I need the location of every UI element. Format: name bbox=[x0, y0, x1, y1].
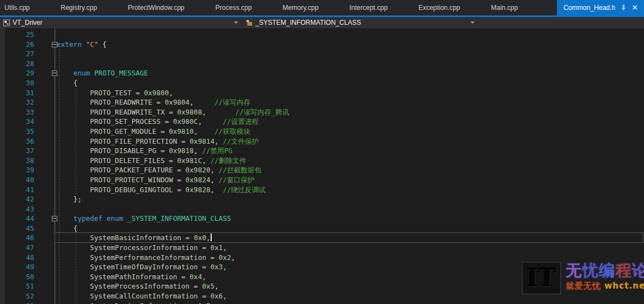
line-number: 41 bbox=[6, 185, 34, 195]
line-content: { bbox=[57, 224, 78, 234]
tab-registry-cpp[interactable]: Registry.cpp bbox=[45, 0, 112, 15]
line-content: SystemProcessInformation = 0x5, bbox=[57, 281, 219, 291]
tab-main-cpp[interactable]: Main.cpp bbox=[475, 0, 533, 15]
tab-label: Exception.cpp bbox=[418, 4, 460, 12]
line-number: 37 bbox=[6, 146, 34, 156]
member-label: _SYSTEM_INFORMATION_CLASS bbox=[255, 19, 361, 26]
code-line-25[interactable]: 25 bbox=[0, 30, 644, 40]
line-content: SystemPathInformation = 0x4, bbox=[57, 272, 206, 282]
line-content: PROTO_TEST = 0x9800, bbox=[57, 88, 173, 98]
code-line-53[interactable]: 53 SystemDeviceInformation = 0x7, bbox=[0, 301, 644, 304]
code-editor[interactable]: 2526extern "C" {272829 enum PROTO_MESSAG… bbox=[0, 28, 644, 304]
line-number: 53 bbox=[6, 301, 34, 304]
tab-label: Main.cpp bbox=[491, 4, 518, 12]
code-line-27[interactable]: 27 bbox=[0, 49, 644, 59]
line-number: 38 bbox=[6, 156, 34, 166]
line-content: }; bbox=[57, 194, 82, 204]
code-line-38[interactable]: 38 PROTO_DELETE_FILES = 0x981C, //删除文件 bbox=[0, 156, 644, 166]
tab-protectwindow-cpp[interactable]: ProtectWindow.cpp bbox=[112, 0, 200, 15]
code-line-40[interactable]: 40 PROTO_PROTECT_WINDOW = 0x9824, //窗口保护 bbox=[0, 175, 644, 185]
code-line-39[interactable]: 39 PROTO_PACKET_FEATURE = 0x9820, //拦截数据… bbox=[0, 165, 644, 175]
tab-utils-cpp[interactable]: Utils.cpp bbox=[0, 0, 45, 15]
code-line-43[interactable]: 43 bbox=[0, 204, 644, 214]
line-number: 30 bbox=[6, 78, 34, 88]
code-line-34[interactable]: 34 PROTO_SET_PROCESS = 0x980C, //设置进程 bbox=[0, 117, 644, 127]
line-content: PROTO_DELETE_FILES = 0x981C, //删除文件 bbox=[57, 156, 246, 166]
vs-code-editor-window: Utils.cppRegistry.cppProtectWindow.cppPr… bbox=[0, 0, 644, 304]
chevron-down-icon bbox=[470, 21, 475, 24]
forum-watermark: IT 无忧编程论坛 就爱无忧 whct.net bbox=[522, 262, 644, 295]
tab-label: Common_Head.h bbox=[564, 0, 615, 15]
line-number: 52 bbox=[6, 291, 34, 301]
navigation-bar: VT_Driver _SYSTEM_INFORMATION_CLASS bbox=[0, 17, 644, 28]
code-line-37[interactable]: 37 PROTO_DISABLE_PG = 0x9818, //禁用PG bbox=[0, 146, 644, 156]
fold-collapse-toggle[interactable] bbox=[52, 216, 57, 221]
line-content: PROTO_READWRITE_TX = 0x9808, //读写内存_腾讯 bbox=[57, 107, 289, 117]
watermark-subtitle-cn: 就爱无忧 bbox=[566, 281, 601, 291]
code-line-28[interactable]: 28 bbox=[0, 59, 644, 69]
line-number: 39 bbox=[6, 165, 34, 175]
project-scope-dropdown[interactable]: VT_Driver bbox=[0, 17, 243, 28]
code-line-48[interactable]: 48 SystemPerformanceInformation = 0x2, bbox=[0, 253, 644, 263]
line-number: 46 bbox=[6, 233, 34, 243]
tab-label: Utils.cpp bbox=[4, 4, 30, 12]
line-number: 26 bbox=[6, 40, 34, 50]
code-line-36[interactable]: 36 PROTO_FILE_PROTECTION = 0x9814, //文件保… bbox=[0, 137, 644, 146]
chevron-down-icon bbox=[234, 21, 238, 24]
code-line-44[interactable]: 44 typedef enum _SYSTEM_INFORMATION_CLAS… bbox=[0, 214, 644, 224]
code-line-45[interactable]: 45 { bbox=[0, 224, 644, 234]
line-number: 28 bbox=[6, 59, 34, 69]
tab-memory-cpp[interactable]: Memory.cpp bbox=[267, 0, 334, 15]
line-number: 34 bbox=[6, 117, 34, 127]
pin-icon[interactable] bbox=[620, 4, 627, 11]
line-content: typedef enum _SYSTEM_INFORMATION_CLASS bbox=[57, 214, 231, 224]
line-number: 50 bbox=[6, 272, 34, 282]
fold-collapse-toggle[interactable] bbox=[52, 70, 57, 76]
member-dropdown[interactable]: _SYSTEM_INFORMATION_CLASS bbox=[243, 17, 479, 28]
code-line-30[interactable]: 30 { bbox=[0, 78, 644, 88]
tab-intercept-cpp[interactable]: Intercept.cpp bbox=[334, 0, 403, 15]
fold-collapse-toggle[interactable] bbox=[52, 42, 57, 47]
code-line-31[interactable]: 31 PROTO_TEST = 0x9800, bbox=[0, 88, 644, 98]
document-tab-bar: Utils.cppRegistry.cppProtectWindow.cppPr… bbox=[0, 0, 644, 15]
line-number: 42 bbox=[6, 194, 34, 204]
code-line-42[interactable]: 42 }; bbox=[0, 194, 644, 204]
tab-label: Memory.cpp bbox=[283, 4, 319, 12]
line-number: 25 bbox=[6, 30, 34, 40]
cpp-project-icon bbox=[3, 19, 10, 26]
code-line-35[interactable]: 35 PROTO_GET_MODULE = 0x9810, //获取模块 bbox=[0, 127, 644, 137]
code-line-41[interactable]: 41 PROTO_DEBUG_GINGTOOL = 0x9828, //绕过反调… bbox=[0, 185, 644, 195]
tab-label: Process.cpp bbox=[216, 4, 252, 12]
line-number: 49 bbox=[6, 262, 34, 272]
code-line-29[interactable]: 29 enum PROTO_MESSAGE bbox=[0, 68, 644, 78]
tab-label: Intercept.cpp bbox=[350, 4, 388, 12]
line-number: 27 bbox=[6, 49, 34, 59]
tab-label: Registry.cpp bbox=[61, 4, 97, 12]
line-content: PROTO_FILE_PROTECTION = 0x9814, //文件保护 bbox=[57, 137, 259, 146]
tab-process-cpp[interactable]: Process.cpp bbox=[200, 0, 267, 15]
line-content: PROTO_SET_PROCESS = 0x980C, //设置进程 bbox=[57, 117, 259, 127]
line-number: 51 bbox=[6, 281, 34, 291]
line-number: 31 bbox=[6, 88, 34, 98]
line-content: SystemCallCountInformation = 0x6, bbox=[57, 291, 227, 301]
tab-exception-cpp[interactable]: Exception.cpp bbox=[403, 0, 475, 15]
code-line-46[interactable]: 46 SystemBasicInformation = 0x0, bbox=[0, 233, 644, 243]
line-number: 29 bbox=[6, 68, 34, 78]
watermark-subtitle-url: whct.net bbox=[601, 281, 644, 291]
code-line-47[interactable]: 47 SystemProcessorInformation = 0x1, bbox=[0, 243, 644, 253]
code-line-26[interactable]: 26extern "C" { bbox=[0, 40, 644, 50]
navbar-empty-area bbox=[479, 17, 644, 28]
code-line-32[interactable]: 32 PROTO_READWRITE = 0x9804, //读写内存 bbox=[0, 97, 644, 107]
text-cursor bbox=[211, 234, 212, 241]
line-content: SystemBasicInformation = 0x0, bbox=[57, 233, 212, 243]
line-content: SystemPerformanceInformation = 0x2, bbox=[57, 253, 235, 263]
tab-common-head-h[interactable]: Common_Head.h bbox=[557, 0, 644, 15]
line-number: 43 bbox=[6, 204, 34, 214]
code-line-33[interactable]: 33 PROTO_READWRITE_TX = 0x9808, //读写内存_腾… bbox=[0, 107, 644, 117]
line-content: PROTO_PROTECT_WINDOW = 0x9824, //窗口保护 bbox=[57, 175, 255, 185]
line-content: enum PROTO_MESSAGE bbox=[57, 68, 148, 78]
close-icon[interactable] bbox=[632, 4, 638, 11]
it-logo: IT bbox=[522, 262, 561, 295]
project-scope-label: VT_Driver bbox=[13, 19, 42, 26]
watermark-text: 无忧编程论坛 就爱无忧 whct.net bbox=[566, 262, 644, 295]
